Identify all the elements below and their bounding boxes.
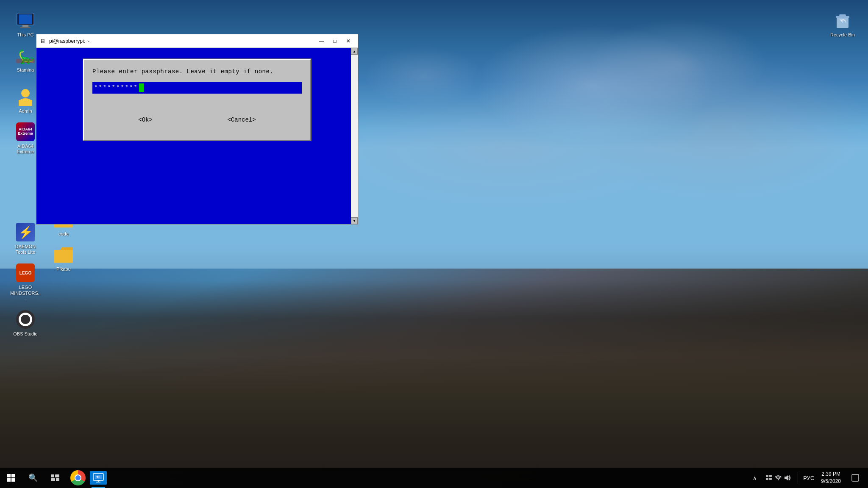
wifi-icon: [775, 475, 782, 481]
scrollbar-track[interactable]: [351, 55, 358, 217]
remote-desktop-icon: [90, 471, 107, 485]
search-icon: 🔍: [28, 473, 38, 482]
taskbar-apps: [68, 468, 108, 488]
chevron-up-icon: ∧: [753, 475, 757, 481]
desktop-icon-lego[interactable]: LEGO LEGO MINDSTORS...: [8, 261, 42, 303]
taskbar-system-tray: ∧: [749, 468, 868, 488]
svg-rect-5: [16, 59, 35, 63]
windows-logo-icon: [7, 474, 15, 482]
svg-rect-22: [769, 475, 772, 477]
tray-divider: [798, 472, 798, 484]
pikabu-label: Pikabu: [56, 266, 71, 272]
dialog-prompt-text: Please enter passphrase. Leave it empty …: [92, 68, 302, 75]
svg-rect-2: [22, 25, 28, 27]
obs-label: OBS Studio: [13, 331, 37, 337]
language-indicator[interactable]: РУС: [801, 475, 816, 481]
window-controls: — □ ✕: [315, 36, 354, 46]
dialog-content: Please enter passphrase. Leave it empty …: [84, 60, 310, 140]
svg-rect-13: [55, 474, 59, 477]
volume-icon: [784, 474, 791, 481]
terminal-scrollbar[interactable]: ▲ ▼: [351, 48, 358, 224]
svg-rect-12: [51, 474, 54, 477]
svg-rect-1: [19, 14, 32, 24]
hidden-icons-button[interactable]: ∧: [749, 475, 760, 481]
admin-icon: [15, 86, 36, 107]
lego-icon: LEGO: [15, 263, 36, 283]
passphrase-dialog: Please enter passphrase. Leave it empty …: [83, 58, 312, 141]
task-view-icon: [51, 474, 59, 481]
svg-rect-10: [836, 16, 849, 18]
clock-time: 2:39 PM: [821, 471, 840, 478]
svg-rect-14: [51, 478, 55, 481]
stamina-label: Stamina: [17, 67, 34, 73]
clock-date: 9/5/2020: [821, 478, 841, 485]
desktop-icons-right: Recycle Bin: [826, 8, 860, 39]
admin-label: Admin: [19, 108, 32, 114]
maximize-button[interactable]: □: [329, 36, 341, 46]
ok-button[interactable]: <Ok>: [135, 115, 156, 125]
start-button[interactable]: [0, 468, 22, 488]
dialog-inner: Please enter passphrase. Leave it empty …: [83, 59, 311, 141]
search-button[interactable]: 🔍: [22, 468, 44, 488]
network-icon: [765, 474, 772, 481]
recycle-bin-label: Recycle Bin: [830, 32, 855, 38]
recycle-bin-icon: [832, 10, 853, 30]
taskbar: 🔍: [0, 468, 868, 488]
terminal-body[interactable]: Please enter passphrase. Leave it empty …: [36, 48, 358, 224]
svg-rect-26: [852, 474, 859, 481]
svg-point-6: [21, 89, 30, 97]
desktop: This PC 🦕 Stamina: [0, 0, 868, 488]
desktop-icon-daemon[interactable]: ⚡ DAEMON Tools Lite: [8, 220, 42, 257]
desktop-icon-recycle-bin[interactable]: Recycle Bin: [826, 8, 860, 39]
lego-label: LEGO MINDSTORS...: [10, 285, 41, 302]
svg-rect-23: [766, 478, 768, 480]
desktop-icon-pikabu[interactable]: Pikabu: [47, 243, 81, 274]
notification-icon: [851, 474, 859, 482]
notification-center-button[interactable]: [846, 468, 865, 488]
chrome-inner-circle: [75, 474, 81, 481]
terminal-titlebar: 🖥 pi@raspberrypi: ~ — □ ✕: [36, 34, 358, 48]
passphrase-input-field[interactable]: **********: [92, 82, 302, 94]
svg-rect-21: [766, 475, 768, 477]
svg-rect-8: [19, 100, 32, 106]
daemon-tools-icon: ⚡: [15, 222, 36, 242]
system-status-icons[interactable]: [762, 474, 794, 481]
pikabu-folder-icon: [53, 244, 74, 265]
desktop-icons-lower: ⚡ DAEMON Tools Lite LEGO LEGO MINDSTORS.…: [8, 220, 42, 338]
this-pc-icon: [15, 10, 36, 30]
svg-rect-15: [56, 478, 59, 481]
terminal-window: 🖥 pi@raspberrypi: ~ — □ ✕ Please enter p…: [36, 34, 358, 225]
terrain-overlay: [0, 280, 868, 471]
passphrase-dots: **********: [94, 84, 138, 91]
svg-rect-24: [769, 478, 772, 480]
text-cursor: [139, 83, 144, 92]
this-pc-label: This PC: [17, 32, 33, 38]
desktop-icon-obs[interactable]: OBS Studio: [8, 308, 42, 338]
chrome-icon: [70, 470, 86, 485]
terminal-title-text: pi@raspberrypi: ~: [49, 38, 315, 44]
scroll-up-arrow[interactable]: ▲: [351, 48, 358, 55]
scroll-down-arrow[interactable]: ▼: [351, 217, 358, 224]
svg-marker-25: [785, 475, 788, 480]
daemon-tools-label: DAEMON Tools Lite: [10, 244, 41, 255]
dialog-buttons: <Ok> <Cancel>: [92, 111, 302, 131]
stamina-icon: 🦕: [15, 45, 36, 66]
cancel-button[interactable]: <Cancel>: [224, 115, 259, 125]
task-view-button[interactable]: [44, 468, 66, 488]
terminal-title-icon: 🖥: [40, 38, 47, 44]
aida64-icon: AIDA64Extreme: [15, 122, 36, 142]
svg-rect-3: [20, 27, 31, 28]
code-label: code: [58, 231, 69, 237]
svg-rect-11: [839, 14, 846, 16]
taskbar-remote-desktop[interactable]: [88, 468, 108, 488]
obs-icon: [15, 309, 36, 330]
taskbar-chrome[interactable]: [68, 468, 88, 488]
close-button[interactable]: ✕: [342, 36, 354, 46]
minimize-button[interactable]: —: [315, 36, 327, 46]
system-clock[interactable]: 2:39 PM 9/5/2020: [818, 471, 844, 485]
